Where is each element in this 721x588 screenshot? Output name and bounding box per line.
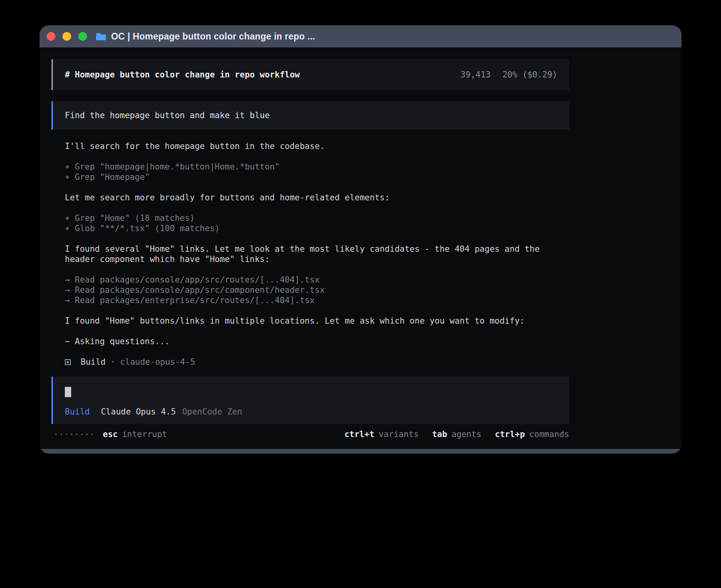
keybind-agents: tab agents	[432, 429, 481, 439]
keybind-key: esc	[103, 429, 118, 439]
agent-status-line: Build · claude-opus-4-5	[65, 357, 569, 367]
keybind-commands: ctrl+p commands	[495, 429, 569, 439]
progress-dots	[55, 433, 93, 435]
context-cost: 20% ($0.29)	[502, 70, 557, 80]
tool-call-line: → Read packages/console/app/src/routes/[…	[65, 275, 569, 285]
tool-call-line: ∗ Grep "Home" (18 matches)	[65, 213, 569, 223]
assistant-text: header component which have "Home" links…	[65, 254, 569, 264]
zoom-button[interactable]	[78, 32, 87, 41]
agent-name: Build	[81, 357, 106, 367]
session-header: # Homepage button color change in repo w…	[51, 59, 569, 90]
user-message-text: Find the homepage button and make it blu…	[65, 110, 270, 121]
text-cursor	[65, 387, 71, 397]
input-meta: Build Claude Opus 4.5 OpenCode Zen	[65, 407, 557, 417]
prompt-input[interactable]: Build Claude Opus 4.5 OpenCode Zen	[51, 377, 569, 424]
assistant-response: I'll search for the homepage button in t…	[65, 141, 569, 367]
tool-call-line: ∗ Grep "homepage|home.*button|Home.*butt…	[65, 162, 569, 172]
assistant-text: I found "Home" buttons/links in multiple…	[65, 316, 569, 326]
keybind-label: interrupt	[122, 429, 167, 439]
keybind-label: commands	[529, 429, 569, 439]
terminal-content: # Homepage button color change in repo w…	[40, 47, 681, 449]
user-message: Find the homepage button and make it blu…	[51, 101, 569, 130]
keybind-key: ctrl+p	[495, 429, 525, 439]
agent-model: claude-opus-4-5	[120, 357, 195, 367]
minimize-button[interactable]	[62, 32, 71, 41]
close-button[interactable]	[47, 32, 55, 41]
mode-badge: Build	[65, 407, 90, 417]
window-title: OC | Homepage button color change in rep…	[111, 31, 315, 42]
keybind-key: ctrl+t	[344, 429, 374, 439]
keybind-label: variants	[379, 429, 419, 439]
session-title: # Homepage button color change in repo w…	[65, 70, 300, 80]
keybind-key: tab	[432, 429, 447, 439]
keybind-variants: ctrl+t variants	[344, 429, 419, 439]
terminal-window: OC | Homepage button color change in rep…	[40, 25, 681, 454]
model-label: Claude Opus 4.5	[101, 407, 176, 417]
token-count: 39,413	[461, 70, 491, 80]
titlebar-title-group: OC | Homepage button color change in rep…	[96, 31, 315, 42]
provider-label: OpenCode Zen	[182, 407, 242, 417]
assistant-text: I'll search for the homepage button in t…	[65, 141, 569, 151]
tool-call-line: ∗ Grep "Homepage"	[65, 172, 569, 182]
keybind-interrupt: esc interrupt	[103, 429, 167, 439]
assistant-text: I found several "Home" links. Let me loo…	[65, 244, 569, 254]
status-bar-right: ctrl+t variants tab agents ctrl+p comman…	[344, 429, 569, 439]
tool-call-line: → Read packages/console/app/src/componen…	[65, 285, 569, 295]
tool-call-line: → Read packages/enterprise/src/routes/[.…	[65, 295, 569, 305]
window-titlebar[interactable]: OC | Homepage button color change in rep…	[40, 25, 681, 47]
session-stats: 39,413 20% ($0.29)	[461, 70, 557, 80]
assistant-status-text: ~ Asking questions...	[65, 336, 569, 347]
assistant-text: Let me search more broadly for buttons a…	[65, 192, 569, 203]
agent-separator: ·	[110, 357, 115, 367]
status-bar-left: esc interrupt	[55, 429, 167, 439]
keybind-label: agents	[451, 429, 481, 439]
folder-icon	[96, 32, 106, 41]
tool-call-line: ∗ Glob "**/*.tsx" (100 matches)	[65, 223, 569, 234]
status-bar: esc interrupt ctrl+t variants tab agents…	[51, 429, 569, 439]
traffic-lights	[47, 32, 87, 41]
agent-icon	[65, 359, 71, 365]
